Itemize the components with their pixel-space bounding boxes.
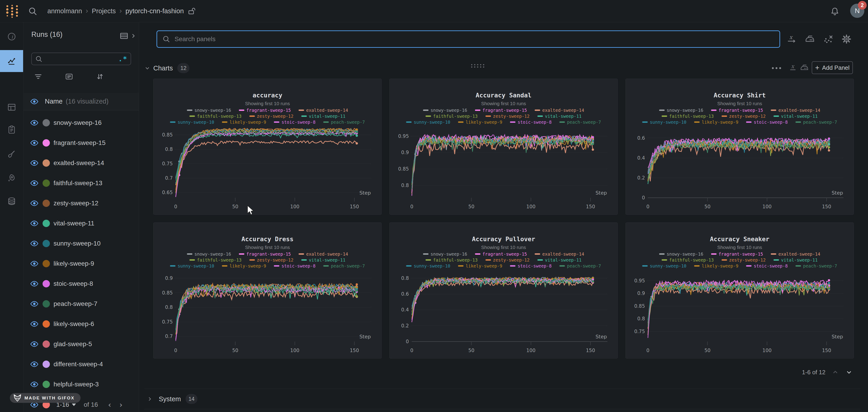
legend-item[interactable]: fragrant-sweep-15 [711,108,763,113]
add-panel-button[interactable]: + Add Panel [812,61,853,74]
page-down-icon[interactable] [845,368,853,376]
eye-visible-icon[interactable] [30,159,38,167]
chart-panel[interactable]: Accuracy SandalShowing first 10 runssnow… [390,78,618,215]
legend-item[interactable]: zesty-sweep-12 [721,114,766,119]
legend-item[interactable]: faithful-sweep-13 [426,114,477,119]
section-x-axis-button[interactable]: x [787,62,799,73]
run-row[interactable]: peach-sweep-7 [23,294,139,314]
eye-visible-icon[interactable] [30,259,38,268]
legend-item[interactable]: stoic-sweep-8 [274,120,315,125]
legend-item[interactable]: vital-sweep-11 [537,114,582,119]
user-avatar[interactable]: N 2 [850,4,864,18]
rail-overview-item[interactable]: i [0,26,23,47]
legend-item[interactable]: sunny-sweep-10 [406,263,450,268]
legend-item[interactable]: stoic-sweep-8 [746,263,788,268]
chart-panel[interactable]: Accuracy SneakerShowing first 10 runssno… [625,222,854,358]
legend-item[interactable]: vital-sweep-11 [537,257,582,262]
eye-visible-icon[interactable] [30,199,38,208]
legend-item[interactable]: likely-sweep-9 [458,120,502,125]
legend-item[interactable]: peach-sweep-7 [796,263,837,268]
legend-item[interactable]: zesty-sweep-12 [249,114,293,119]
legend-item[interactable]: stoic-sweep-8 [510,120,552,125]
run-row[interactable]: glad-sweep-5 [23,334,139,354]
legend-item[interactable]: snowy-sweep-16 [187,108,231,113]
legend-item[interactable]: exalted-sweep-14 [299,252,348,256]
run-row[interactable]: zesty-sweep-12 [23,193,139,213]
chart-plot[interactable]: 0.80.850.90.95050100150Step [390,125,618,215]
legend-item[interactable]: peach-sweep-7 [559,120,601,125]
eye-visible-icon[interactable] [30,300,38,308]
eye-visible-icon[interactable] [30,97,38,106]
legend-item[interactable]: fragrant-sweep-15 [475,252,527,256]
run-row[interactable]: helpful-sweep-3 [23,374,139,394]
legend-item[interactable]: vital-sweep-11 [301,257,345,262]
runs-table-toggle[interactable] [119,31,137,40]
legend-item[interactable]: stoic-sweep-8 [510,263,552,268]
legend-item[interactable]: fragrant-sweep-15 [711,252,763,256]
run-row[interactable]: faithful-sweep-13 [23,173,139,193]
legend-item[interactable]: faithful-sweep-13 [189,114,241,119]
legend-item[interactable]: exalted-sweep-14 [771,252,820,256]
legend-item[interactable]: stoic-sweep-8 [746,120,788,125]
rail-panels-item[interactable] [0,96,23,118]
legend-item[interactable]: snowy-sweep-16 [659,252,703,256]
legend-item[interactable]: sunny-sweep-10 [406,120,450,125]
breadcrumb-project[interactable]: pytorch-cnn-fashion [126,7,184,15]
legend-item[interactable]: peach-sweep-7 [559,263,601,268]
next-page-icon[interactable]: › [119,400,123,409]
legend-item[interactable]: snowy-sweep-16 [187,252,231,256]
eye-visible-icon[interactable] [30,119,38,127]
legend-item[interactable]: exalted-sweep-14 [535,108,584,113]
regex-toggle[interactable]: .* [118,55,127,63]
runs-header-row[interactable]: Name (16 visualized) [23,93,139,110]
legend-item[interactable]: faithful-sweep-13 [662,114,714,119]
chart-panel[interactable]: Accuracy PulloverShowing first 10 runssn… [390,222,618,358]
legend-item[interactable]: peach-sweep-7 [323,120,365,125]
eye-visible-icon[interactable] [30,320,38,328]
legend-item[interactable]: zesty-sweep-12 [249,257,293,262]
legend-item[interactable]: likely-sweep-9 [458,263,502,268]
rail-artifacts-item[interactable] [0,190,23,212]
prev-page-icon[interactable]: ‹ [108,400,111,409]
smoothing-button[interactable] [804,34,815,44]
eye-visible-icon[interactable] [30,139,38,147]
eye-visible-icon[interactable] [30,219,38,227]
run-row[interactable]: different-sweep-4 [23,354,139,374]
filter-runs-button[interactable] [31,71,45,83]
workspace-settings-button[interactable] [841,34,852,44]
panel-search-input[interactable] [174,35,774,43]
legend-item[interactable]: sunny-sweep-10 [170,120,214,125]
chart-plot[interactable]: 0.750.80.850.90.95050100150Step [626,268,854,358]
legend-item[interactable]: faithful-sweep-13 [662,257,714,262]
eye-visible-icon[interactable] [30,280,38,288]
outliers-button[interactable] [823,34,834,44]
x-axis-settings-button[interactable]: x [786,34,797,44]
legend-item[interactable]: stoic-sweep-8 [274,263,315,268]
legend-item[interactable]: fragrant-sweep-15 [475,108,527,113]
run-row[interactable]: stoic-sweep-8 [23,274,139,294]
run-row[interactable]: sunny-sweep-10 [23,233,139,254]
legend-item[interactable]: faithful-sweep-13 [189,257,241,262]
chart-panel[interactable]: accuracyShowing first 10 runssnowy-sweep… [153,78,382,215]
section-overflow-menu-icon[interactable] [771,66,785,70]
legend-item[interactable]: zesty-sweep-12 [486,114,530,119]
run-row[interactable]: snowy-sweep-16 [23,113,139,133]
legend-item[interactable]: likely-sweep-9 [222,120,266,125]
drag-handle-icon[interactable] [470,63,486,69]
notifications-bell-icon[interactable] [830,6,840,16]
legend-item[interactable]: faithful-sweep-13 [426,257,477,262]
eye-visible-icon[interactable] [30,380,38,388]
wandb-logo-icon[interactable] [5,4,19,18]
page-up-icon[interactable] [831,368,839,376]
legend-item[interactable]: vital-sweep-11 [774,257,818,262]
eye-visible-icon[interactable] [30,179,38,187]
group-runs-button[interactable] [62,71,76,83]
sort-runs-button[interactable] [93,71,107,83]
rail-notes-item[interactable] [0,119,23,140]
legend-item[interactable]: likely-sweep-9 [694,263,738,268]
legend-item[interactable]: peach-sweep-7 [323,263,365,268]
run-row[interactable]: vital-sweep-11 [23,213,139,233]
legend-item[interactable]: fragrant-sweep-15 [239,108,291,113]
run-row[interactable]: exalted-sweep-14 [23,153,139,173]
legend-item[interactable]: snowy-sweep-16 [659,108,703,113]
